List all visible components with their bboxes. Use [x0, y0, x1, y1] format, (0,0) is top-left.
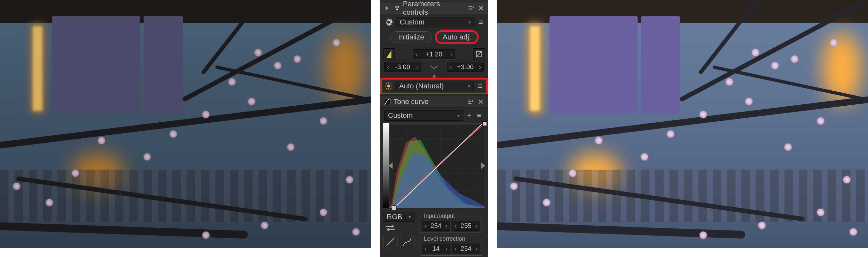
svg-rect-9 — [478, 85, 482, 85]
whitebalance-dropdown[interactable]: Auto (Natural) ▾ — [396, 81, 474, 91]
histogram-left-slider[interactable] — [389, 162, 393, 169]
section-collapse-icon[interactable]: ▴ — [380, 74, 488, 77]
svg-point-0 — [395, 6, 397, 8]
exposure-inc[interactable]: › — [448, 51, 455, 58]
initialize-label: Initialize — [398, 33, 424, 41]
exposure-reset-icon[interactable] — [473, 48, 485, 60]
level-hi-spinner[interactable]: ‹ 254 › — [452, 244, 480, 253]
io-input-dec[interactable]: ‹ — [422, 222, 429, 230]
chevron-down-icon: ▾ — [469, 20, 471, 25]
level-lo-inc[interactable]: › — [443, 245, 450, 252]
tonecurve-icon — [383, 98, 392, 106]
svg-point-8 — [388, 85, 390, 88]
tonecurve-title: Tone curve — [394, 98, 429, 106]
exposure-max-value: +3.00 — [454, 63, 477, 71]
level-lo-dec[interactable]: ‹ — [422, 245, 429, 252]
svg-rect-4 — [479, 22, 483, 23]
before-image — [0, 0, 371, 248]
svg-rect-15 — [477, 117, 481, 117]
chevron-down-icon: ▾ — [458, 113, 460, 118]
linear-curve-button[interactable] — [383, 235, 398, 249]
whitebalance-menu-icon[interactable] — [476, 82, 484, 90]
auto-adj-label: Auto adj. — [443, 33, 471, 41]
tonecurve-preset-value: Custom — [388, 111, 413, 120]
exposure-expand-toggle[interactable] — [424, 64, 444, 70]
svg-rect-14 — [477, 115, 481, 116]
level-lo-spinner[interactable]: ‹ 14 › — [422, 244, 450, 253]
svg-rect-13 — [477, 114, 481, 115]
chevron-down-icon: ▾ — [468, 84, 470, 89]
exposure-min-spinner[interactable]: ‹ -3.00 › — [384, 62, 421, 72]
level-label: Level correction — [422, 235, 467, 242]
level-correction-group: Level correction ‹ 14 › ‹ 254 › — [420, 235, 482, 256]
panel-menu-icon[interactable] — [467, 4, 475, 12]
preset-menu-icon[interactable] — [476, 18, 485, 26]
close-icon[interactable] — [477, 4, 485, 12]
channel-value: RGB — [387, 213, 402, 221]
histogram-right-slider[interactable] — [481, 162, 485, 169]
svg-point-2 — [396, 8, 398, 10]
level-hi-inc[interactable]: › — [473, 245, 480, 252]
histogram[interactable] — [389, 123, 485, 208]
tonecurve-menu-icon[interactable] — [466, 98, 474, 106]
output-gradient — [383, 123, 389, 208]
tonecurve-preset-dropdown[interactable]: Custom ▾ — [384, 110, 463, 121]
initialize-button[interactable]: Initialize — [390, 31, 432, 43]
exposure-value-spinner[interactable]: ‹ +1.20 › — [413, 49, 455, 59]
sun-icon — [384, 82, 394, 90]
svg-rect-3 — [479, 21, 483, 21]
io-output-value: 255 — [459, 222, 473, 230]
tonecurve-preset-add-icon[interactable]: + — [465, 111, 473, 120]
io-output-dec[interactable]: ‹ — [452, 222, 459, 230]
svg-rect-10 — [478, 86, 482, 87]
parameters-icon — [393, 4, 401, 12]
exposure-value: +1.20 — [420, 51, 448, 58]
exposure-min-inc[interactable]: › — [414, 63, 421, 71]
tonecurve-editor[interactable] — [383, 123, 485, 208]
chevron-right-icon[interactable] — [383, 4, 391, 12]
gear-icon[interactable] — [383, 18, 394, 26]
io-output-spinner[interactable]: ‹ 255 › — [452, 221, 480, 231]
tonecurve-header: Tone curve — [380, 96, 488, 108]
exposure-min-value: -3.00 — [391, 63, 414, 71]
io-output-inc[interactable]: › — [473, 222, 480, 230]
level-lo-value: 14 — [429, 245, 443, 252]
preset-value: Custom — [400, 18, 425, 26]
io-input-inc[interactable]: › — [443, 222, 450, 230]
swap-channels-icon[interactable] — [383, 224, 414, 232]
io-input-spinner[interactable]: ‹ 254 › — [422, 221, 450, 231]
curve-handle-white[interactable] — [482, 121, 487, 126]
exposure-tool-icon[interactable] — [383, 48, 395, 60]
auto-adj-button[interactable]: Auto adj. — [436, 31, 478, 43]
chevron-down-icon: ▾ — [408, 214, 411, 220]
input-output-group: Input/output ‹ 254 › ‹ 255 › — [420, 213, 482, 233]
svg-point-1 — [397, 6, 399, 8]
io-input-value: 254 — [429, 222, 443, 230]
svg-line-16 — [389, 124, 485, 208]
level-hi-dec[interactable]: ‹ — [452, 245, 459, 252]
exposure-dec[interactable]: ‹ — [413, 51, 420, 58]
parameters-panel: Parameters controls Custom ▾ Initialize … — [380, 0, 488, 257]
curve-handle-black[interactable] — [392, 205, 397, 210]
exposure-max-inc[interactable]: › — [477, 63, 483, 71]
exposure-max-spinner[interactable]: ‹ +3.00 › — [447, 62, 484, 72]
exposure-max-dec[interactable]: ‹ — [447, 63, 454, 71]
level-hi-value: 254 — [459, 245, 473, 252]
tonecurve-close-icon[interactable] — [476, 98, 485, 106]
io-label: Input/output — [422, 213, 457, 220]
panel-header: Parameters controls — [380, 2, 488, 14]
preset-dropdown[interactable]: Custom ▾ — [396, 17, 474, 27]
exposure-min-dec[interactable]: ‹ — [385, 63, 391, 71]
whitebalance-value: Auto (Natural) — [399, 82, 444, 90]
svg-line-17 — [395, 124, 483, 208]
svg-rect-11 — [478, 87, 482, 88]
svg-rect-5 — [479, 23, 483, 24]
after-image — [497, 0, 868, 248]
tonecurve-preset-menu-icon[interactable] — [475, 111, 484, 120]
s-curve-button[interactable] — [400, 235, 414, 249]
channel-dropdown[interactable]: RGB ▾ — [383, 212, 414, 222]
